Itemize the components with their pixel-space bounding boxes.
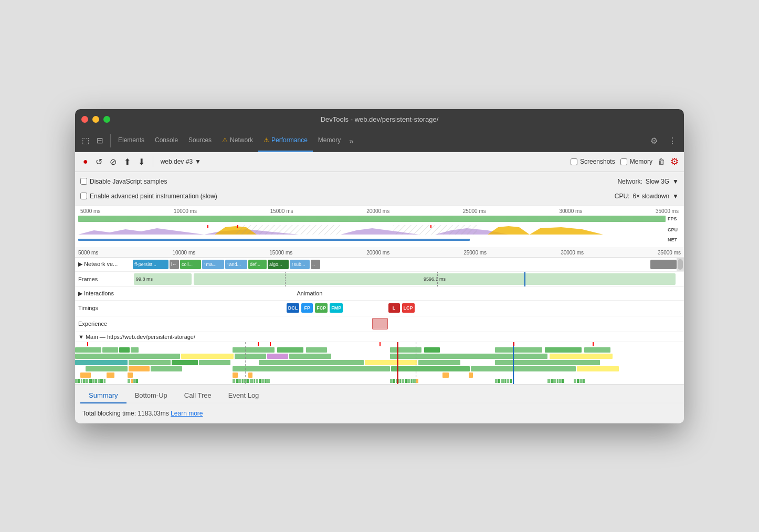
svg-rect-80 [393,379,395,383]
tab-network[interactable]: ⚠ Network [217,130,258,152]
svg-rect-37 [86,366,128,371]
options-right-1: Network: Slow 3G ▼ [617,178,679,185]
advanced-paint-label[interactable]: Enable advanced paint instrumentation (s… [80,193,217,200]
svg-rect-14 [233,347,275,353]
svg-rect-68 [238,379,241,383]
tab-performance[interactable]: ⚠ Performance [258,130,313,152]
performance-settings-icon[interactable]: ⚙ [670,156,679,167]
device-toggle-button[interactable]: ⊟ [94,134,106,147]
memory-checkbox-label[interactable]: Memory [620,158,652,165]
upload-button[interactable]: ⬆ [121,155,133,168]
svg-rect-20 [545,347,582,353]
more-tabs-button[interactable]: » [346,134,356,147]
more-options-button[interactable]: ⋮ [665,134,680,148]
cpu-overview-container: CPU [75,224,684,236]
timings-content: DCL FP FCP FMP L LCP [133,303,677,313]
svg-rect-75 [259,379,261,383]
chip-sub: ↑sub... [290,260,310,269]
clear-button[interactable]: ⊘ [107,155,119,168]
cpu-dropdown-icon[interactable]: ▼ [672,193,679,200]
tab-elements[interactable]: Elements [113,130,150,152]
record-button[interactable]: ● [80,155,91,168]
trash-button[interactable]: 🗑 [658,157,665,166]
options-bar: Disable JavaScript samples Network: Slow… [75,172,684,206]
close-button[interactable] [81,116,88,123]
svg-rect-97 [553,379,556,383]
tab-console[interactable]: Console [150,130,183,152]
tab-call-tree[interactable]: Call Tree [176,388,220,403]
svg-rect-74 [256,379,258,383]
inspect-icon-button[interactable]: ⬚ [79,134,92,147]
network-scroll-thumb[interactable] [678,259,683,270]
screenshots-checkbox[interactable] [571,158,577,165]
chip-ma: ↑ma... [202,260,224,269]
svg-rect-49 [442,373,449,378]
tab-event-log[interactable]: Event Log [220,388,268,403]
svg-rect-41 [391,366,470,371]
svg-rect-101 [574,379,576,383]
svg-rect-43 [577,366,619,371]
net-bar [78,239,470,241]
svg-rect-91 [501,379,504,383]
overview-ruler: 5000 ms 10000 ms 15000 ms 20000 ms 25000… [75,206,684,214]
network-dropdown-icon[interactable]: ▼ [672,178,679,185]
ruler-20000: 20000 ms [366,208,389,214]
svg-rect-83 [402,379,404,383]
network-scrollbar[interactable] [677,258,684,271]
title-bar: DevTools - web.dev/persistent-storage/ [75,109,684,130]
svg-rect-63 [131,379,133,383]
options-row-1: Disable JavaScript samples Network: Slow… [80,174,679,189]
minimize-button[interactable] [92,116,99,123]
toolbar: ● ↺ ⊘ ⬆ ⬇ web.dev #3 ▼ Screenshots Memor… [75,152,684,172]
chip-l: l← [170,260,179,269]
svg-rect-56 [89,379,92,383]
svg-rect-84 [405,379,407,383]
memory-checkbox[interactable] [620,158,627,165]
maximize-button[interactable] [103,116,110,123]
chip-ff-persist: ff-persist... [133,260,168,269]
options-row-2: Enable advanced paint instrumentation (s… [80,189,679,204]
options-right-2: CPU: 6× slowdown ▼ [615,193,679,200]
settings-button[interactable]: ⚙ [647,134,661,148]
tab-summary[interactable]: Summary [80,388,126,403]
tab-memory[interactable]: Memory [313,130,346,152]
interactions-label: ▶ Interactions [75,290,133,297]
reload-button[interactable]: ↺ [93,155,105,168]
badge-fp: FP [301,303,313,313]
timeline-overview[interactable]: 5000 ms 10000 ms 15000 ms 20000 ms 25000… [75,206,684,248]
svg-rect-50 [469,373,473,378]
tab-bottom-up[interactable]: Bottom-Up [126,388,176,403]
svg-rect-23 [181,354,234,359]
svg-rect-89 [495,379,498,383]
learn-more-link[interactable]: Learn more [171,410,203,417]
svg-rect-59 [98,379,100,383]
ruler-35000: 35000 ms [656,208,679,214]
main-ruler-5000: 5000 ms [78,250,98,256]
svg-rect-72 [250,379,253,383]
svg-rect-82 [399,379,401,383]
svg-rect-42 [471,366,576,371]
profile-selector[interactable]: web.dev #3 ▼ [159,157,203,166]
svg-rect-48 [248,373,252,378]
options-left-2: Enable advanced paint instrumentation (s… [80,193,217,200]
svg-rect-67 [236,379,238,383]
svg-rect-44 [80,373,91,378]
disable-js-label[interactable]: Disable JavaScript samples [80,178,167,185]
flame-chart-area[interactable] [75,342,684,384]
advanced-paint-checkbox[interactable] [80,193,87,199]
tab-sources[interactable]: Sources [183,130,217,152]
svg-rect-30 [129,360,171,365]
svg-rect-69 [242,379,244,383]
main-ruler-35000: 35000 ms [658,250,681,256]
svg-rect-15 [277,347,303,353]
disable-js-checkbox[interactable] [80,178,87,185]
svg-rect-66 [233,379,235,383]
svg-rect-17 [390,347,421,353]
svg-rect-55 [86,379,88,383]
svg-rect-71 [247,379,249,383]
screenshots-checkbox-label[interactable]: Screenshots [571,158,615,165]
badge-fmp: FMP [330,303,343,313]
svg-rect-38 [129,366,150,371]
download-button[interactable]: ⬇ [135,155,147,168]
main-red-tick-2 [258,342,259,346]
